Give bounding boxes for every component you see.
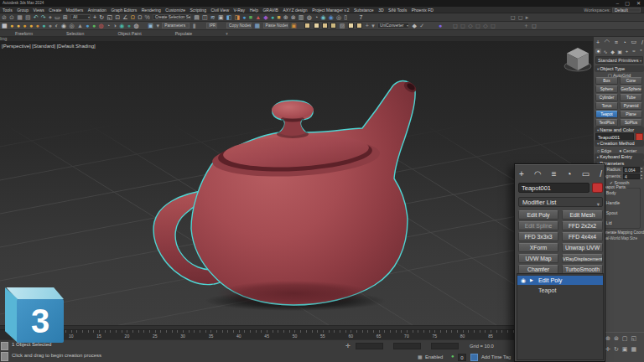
- hierarchy-tab-icon[interactable]: ≡: [615, 39, 618, 45]
- menu-item-help[interactable]: Help: [250, 8, 258, 13]
- toolbar-icon[interactable]: ●: [17, 22, 20, 29]
- toolbar-icon[interactable]: ◔: [314, 13, 318, 21]
- workspace-dropdown[interactable]: Default: [612, 8, 641, 13]
- lights-category-icon[interactable]: ◆: [610, 49, 615, 54]
- toolbar-icon[interactable]: ●: [29, 22, 33, 29]
- modifier-button-xform[interactable]: XForm: [518, 243, 558, 252]
- toolbar-icon[interactable]: ▣: [291, 22, 297, 29]
- toolbar-icon[interactable]: ●: [439, 22, 442, 29]
- toolbar-icon[interactable]: ◫: [202, 13, 208, 21]
- toolbar-icon[interactable]: ▲: [255, 13, 261, 21]
- ribbon-tab-freeform[interactable]: Freeform: [15, 31, 33, 36]
- toolbar-icon[interactable]: ≋: [210, 13, 216, 21]
- nav-icon--[interactable]: ◱: [631, 335, 636, 342]
- menu-item-axyz-design[interactable]: AXYZ design: [283, 8, 307, 13]
- toolbar-combo-all[interactable]: All▾: [70, 14, 91, 20]
- toolbar-icon[interactable]: ↷: [41, 13, 46, 21]
- nav-icon--[interactable]: ▣: [622, 346, 628, 353]
- primitive-button-pyramid[interactable]: Pyramid: [620, 102, 642, 110]
- toolbar-icon[interactable]: ▯: [344, 13, 347, 21]
- display-tab-icon[interactable]: ▭: [582, 169, 589, 178]
- toolbar-icon[interactable]: ⊡: [115, 13, 120, 21]
- toolbar-icon[interactable]: ◑: [113, 22, 117, 29]
- toolbar-icon[interactable]: ◇: [468, 22, 472, 29]
- menu-item-gravib[interactable]: GRAVIB: [262, 8, 278, 13]
- toolbar-icon[interactable]: ◔: [106, 22, 110, 29]
- toolbar-swatch[interactable]: [348, 23, 354, 28]
- primitive-button-cylinder[interactable]: Cylinder: [595, 94, 618, 101]
- viewport-label[interactable]: [Perspective] [Standard] [Default Shadin…: [2, 44, 96, 49]
- modifier-button-vraydisplacement[interactable]: VRayDisplacement: [562, 254, 603, 263]
- toolbar-swatch[interactable]: [304, 23, 310, 28]
- toolbar-icon[interactable]: ⊕: [283, 13, 288, 21]
- nav-icon--[interactable]: ▦: [631, 346, 636, 353]
- toolbar-icon[interactable]: ▮: [193, 22, 196, 29]
- toolbar-icon[interactable]: ▥: [299, 13, 304, 21]
- toolbar-icon[interactable]: ●: [242, 13, 246, 21]
- menu-item-project-manager-v-2[interactable]: Project Manager v.2: [312, 8, 349, 13]
- menu-item-civil-view[interactable]: Civil View: [210, 8, 229, 13]
- modifier-list-dropdown[interactable]: Modifier List▾: [518, 197, 603, 207]
- ribbon-collapse-arrow[interactable]: ▾: [226, 31, 228, 36]
- hierarchy-tab-icon[interactable]: ≡: [552, 169, 557, 178]
- modifier-button-ffd-4x4x4[interactable]: FFD 4x4x4: [562, 232, 603, 241]
- toolbar-icon[interactable]: ▦: [17, 13, 23, 21]
- rollout-keyboard-entry[interactable]: ▸Keyboard Entry: [595, 153, 644, 160]
- menu-item-animation[interactable]: Animation: [88, 8, 106, 13]
- selection-lock-icon[interactable]: ✛: [345, 343, 351, 349]
- toolbar-icon[interactable]: ●: [127, 22, 131, 29]
- stack-item-edit-poly[interactable]: ◉▶Edit Poly: [517, 276, 603, 285]
- toolbar-swatch[interactable]: [356, 23, 362, 28]
- toolbar-icon[interactable]: ⊘: [2, 13, 7, 21]
- primitive-button-box[interactable]: Box: [595, 77, 618, 85]
- primitive-button-sphere[interactable]: Sphere: [595, 85, 618, 93]
- primitive-button-teapot[interactable]: Teapot: [595, 111, 618, 118]
- toolbar-icon[interactable]: ●: [49, 22, 52, 29]
- nav-icon--[interactable]: ⊕: [605, 335, 610, 342]
- minimize-button[interactable]: –: [616, 0, 619, 7]
- toolbar-icon[interactable]: ◉: [61, 22, 66, 29]
- motion-tab-icon[interactable]: ◔: [623, 39, 626, 45]
- toolbar-icon[interactable]: ◍: [99, 22, 104, 29]
- modifier-button-uvw-map[interactable]: UVW Map: [518, 254, 558, 263]
- display-tab-icon[interactable]: ▭: [631, 39, 637, 45]
- cameras-category-icon[interactable]: ▣: [617, 49, 623, 54]
- toolbar-icon[interactable]: ◇: [483, 22, 487, 29]
- toolbar-icon[interactable]: ⊙: [9, 13, 14, 21]
- toolbar-icon[interactable]: 7: [360, 13, 363, 21]
- toolbar-icon[interactable]: ▤: [194, 13, 200, 21]
- toolbar-icon[interactable]: ◐: [55, 22, 58, 29]
- systems-category-icon[interactable]: *: [638, 49, 644, 54]
- primitive-button-tube[interactable]: Tube: [620, 94, 642, 101]
- primitive-button-cone[interactable]: Cone: [620, 77, 642, 85]
- toolbar-icon[interactable]: ●: [92, 22, 96, 29]
- create-tab-icon[interactable]: +: [596, 39, 600, 45]
- toolbar-icon[interactable]: ●: [86, 22, 89, 29]
- menu-item-sini-tools[interactable]: SiNi Tools: [388, 8, 407, 13]
- modifier-color-swatch[interactable]: [592, 183, 603, 193]
- modify-tab-icon[interactable]: ◠: [605, 39, 610, 45]
- toolbar-icon[interactable]: ▸: [526, 13, 529, 21]
- coord-y-field[interactable]: [393, 343, 421, 349]
- menu-item-scripting[interactable]: Scripting: [190, 8, 205, 13]
- toolbar-icon[interactable]: ✓: [419, 22, 424, 29]
- toolbar-icon[interactable]: %: [145, 13, 150, 21]
- menu-item-tools[interactable]: Tools: [3, 8, 13, 13]
- toolbar-icon[interactable]: ∠: [122, 13, 127, 21]
- toolbar-swatch[interactable]: [314, 23, 319, 28]
- workspace-selector[interactable]: Workspaces: Default: [584, 8, 641, 13]
- toolbar-icon[interactable]: ◉: [119, 22, 124, 29]
- toolbar-icon[interactable]: ●: [271, 13, 274, 21]
- toolbar-icon[interactable]: ▦: [254, 22, 260, 29]
- modify-tab-icon[interactable]: ◠: [534, 169, 542, 178]
- toolbar-chip-paste-nodes[interactable]: Paste Nodes: [263, 23, 288, 28]
- counter-field[interactable]: 0: [458, 354, 466, 361]
- menu-item-modifiers[interactable]: Modifiers: [66, 8, 83, 13]
- toolbar-icon[interactable]: ■: [249, 13, 252, 21]
- toolbar-icon[interactable]: Ω: [131, 13, 135, 21]
- toolbar-icon[interactable]: ↻: [99, 13, 104, 21]
- add-time-tag[interactable]: Add Time Tag: [481, 354, 511, 359]
- modifier-object-name-field[interactable]: Teapot001: [518, 183, 589, 193]
- toolbar-combo-create-selection-set[interactable]: Create Selection Set▾: [153, 14, 191, 20]
- modifier-button-ffd-3x3x3[interactable]: FFD 3x3x3: [518, 232, 558, 241]
